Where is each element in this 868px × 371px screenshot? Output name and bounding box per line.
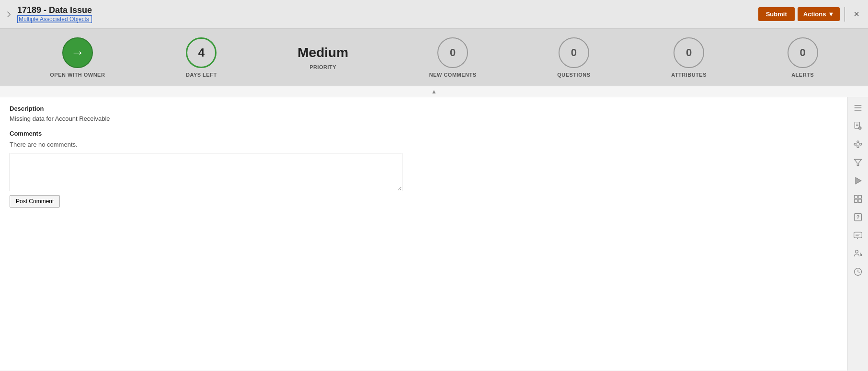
svg-rect-1: [854, 107, 861, 108]
svg-marker-18: [856, 177, 861, 184]
stat-alerts: 0 ALERTS: [788, 37, 818, 78]
document-svg: [853, 121, 863, 131]
stat-questions: 0 QUESTIONS: [557, 37, 590, 78]
svg-text:?: ?: [856, 214, 859, 220]
nav-arrow-icon: [5, 10, 13, 19]
chart-svg: [853, 194, 863, 204]
workflow-svg: [853, 139, 863, 149]
actions-label: Actions: [803, 11, 826, 18]
svg-rect-25: [854, 232, 862, 238]
person-chart-icon[interactable]: [849, 245, 867, 262]
stat-open-with-owner: → OPEN WITH OWNER: [50, 37, 105, 78]
comments-section-title: Comments: [10, 130, 837, 137]
svg-point-11: [859, 143, 861, 145]
stat-priority: Medium PRIORITY: [297, 45, 348, 70]
svg-line-14: [858, 143, 860, 144]
person-chart-svg: [853, 249, 863, 258]
question-icon[interactable]: ?: [849, 209, 867, 226]
submit-button[interactable]: Submit: [758, 7, 795, 21]
close-button[interactable]: ×: [850, 7, 863, 22]
play-svg: [853, 176, 863, 186]
priority-value: Medium: [297, 45, 348, 60]
days-left-circle[interactable]: 4: [186, 37, 217, 68]
attributes-value: 0: [686, 46, 692, 59]
list-svg: [853, 103, 863, 113]
right-sidebar: ?: [847, 97, 868, 371]
svg-rect-2: [854, 110, 861, 111]
attributes-circle[interactable]: 0: [674, 37, 704, 68]
svg-point-12: [857, 146, 858, 148]
comment-input[interactable]: [10, 153, 402, 191]
svg-rect-0: [854, 105, 861, 106]
list-icon[interactable]: [849, 99, 867, 116]
days-left-value: 4: [198, 46, 205, 59]
new-comments-label: NEW COMMENTS: [429, 72, 477, 78]
header: 17189 - Data Issue Multiple Associated O…: [0, 0, 868, 29]
svg-rect-21: [854, 199, 857, 203]
new-comments-circle[interactable]: 0: [437, 37, 468, 68]
associated-objects-link[interactable]: Multiple Associated Objects: [17, 15, 92, 23]
alerts-circle[interactable]: 0: [788, 37, 818, 68]
svg-marker-17: [854, 159, 861, 165]
filter-svg: [853, 158, 863, 167]
open-with-owner-circle[interactable]: →: [62, 37, 93, 68]
svg-point-29: [855, 250, 858, 253]
svg-line-13: [856, 143, 857, 144]
header-divider: [845, 7, 845, 22]
content-area: Description Missing data for Account Rec…: [0, 97, 847, 371]
header-title-block: 17189 - Data Issue Multiple Associated O…: [17, 5, 92, 23]
workflow-icon[interactable]: [849, 136, 867, 153]
page-title: 17189 - Data Issue: [17, 5, 92, 15]
svg-rect-20: [858, 196, 861, 199]
collapse-icon: ▲: [431, 88, 437, 95]
comment-svg: [853, 231, 863, 240]
svg-point-10: [857, 141, 858, 143]
stat-days-left: 4 DAYS LEFT: [186, 37, 217, 78]
chart-icon[interactable]: [849, 190, 867, 208]
question-svg: ?: [853, 212, 863, 222]
svg-line-34: [858, 272, 859, 273]
header-right: Submit Actions ▼ ×: [758, 7, 863, 22]
alerts-label: ALERTS: [791, 72, 814, 78]
document-icon[interactable]: [849, 117, 867, 135]
questions-value: 0: [571, 46, 577, 59]
clock-svg: [853, 267, 863, 277]
priority-label: PRIORITY: [309, 64, 336, 70]
actions-button[interactable]: Actions ▼: [798, 7, 840, 21]
comment-icon[interactable]: [849, 227, 867, 244]
attributes-label: ATTRIBUTES: [671, 72, 707, 78]
actions-dropdown-icon: ▼: [828, 11, 834, 18]
questions-circle[interactable]: 0: [559, 37, 589, 68]
svg-point-9: [854, 143, 856, 145]
svg-rect-19: [854, 196, 857, 199]
filter-icon[interactable]: [849, 154, 867, 171]
stat-new-comments: 0 NEW COMMENTS: [429, 37, 477, 78]
clock-icon[interactable]: [849, 263, 867, 280]
post-comment-button[interactable]: Post Comment: [10, 195, 60, 208]
stat-attributes: 0 ATTRIBUTES: [671, 37, 707, 78]
alerts-value: 0: [800, 46, 806, 59]
days-left-label: DAYS LEFT: [186, 72, 217, 78]
description-text: Missing data for Account Receivable: [10, 115, 837, 122]
new-comments-value: 0: [450, 46, 456, 59]
svg-line-16: [856, 145, 857, 146]
main-layout: Description Missing data for Account Rec…: [0, 97, 868, 371]
open-with-owner-label: OPEN WITH OWNER: [50, 72, 105, 78]
collapse-bar[interactable]: ▲: [0, 86, 868, 97]
header-left: 17189 - Data Issue Multiple Associated O…: [5, 5, 758, 23]
questions-label: QUESTIONS: [557, 72, 590, 78]
description-section-title: Description: [10, 105, 837, 112]
svg-rect-22: [858, 199, 861, 203]
stats-bar: → OPEN WITH OWNER 4 DAYS LEFT Medium PRI…: [0, 29, 868, 86]
open-with-owner-arrow-icon: →: [71, 45, 84, 60]
play-icon[interactable]: [849, 172, 867, 189]
no-comments-text: There are no comments.: [10, 141, 837, 148]
svg-line-15: [858, 145, 860, 146]
